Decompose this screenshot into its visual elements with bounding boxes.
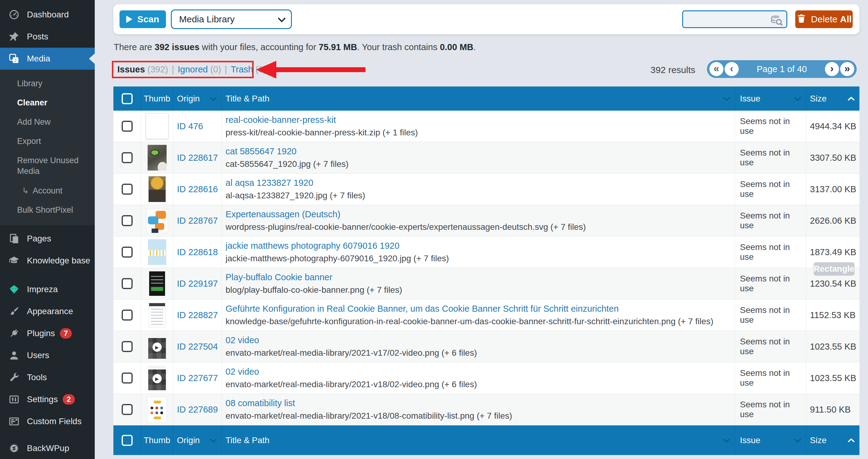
thumbnail[interactable]	[149, 271, 165, 296]
thumbnail[interactable]	[146, 208, 168, 233]
row-checkbox[interactable]	[122, 341, 133, 352]
media-title-link[interactable]: 08 comatibility list	[225, 398, 512, 408]
sort-asc-icon[interactable]	[847, 438, 855, 443]
sidebar-item-custom-fields[interactable]: Custom Fields	[0, 410, 95, 432]
sort-desc-icon[interactable]	[722, 96, 731, 101]
thumbnail[interactable]	[146, 113, 168, 139]
column-header-size[interactable]: Size	[806, 87, 860, 111]
thumbnail[interactable]	[148, 334, 166, 359]
select-all-checkbox[interactable]	[122, 93, 133, 104]
media-title-link[interactable]: jackie matthews photography 6079016 1920	[225, 241, 449, 251]
column-footer-size[interactable]: Size	[806, 425, 860, 455]
sidebar-item-appearance[interactable]: Appearance	[0, 300, 95, 323]
sort-asc-icon[interactable]	[847, 96, 855, 101]
sidebar-item-media[interactable]: ♪Media	[0, 48, 95, 70]
origin-id-link[interactable]: ID 227677	[177, 373, 218, 383]
sort-desc-icon[interactable]	[794, 96, 802, 101]
thumbnail[interactable]	[148, 239, 166, 265]
column-footer-issue[interactable]: Issue	[735, 425, 806, 455]
scan-summary-text: There are 392 issues with your files, ac…	[114, 42, 476, 52]
file-path: al-aqsa-1233827_1920.jpg (+ 7 files)	[225, 191, 365, 201]
scan-button[interactable]: Scan	[120, 10, 166, 28]
row-checkbox[interactable]	[122, 215, 133, 226]
media-title-link[interactable]: 02 video	[225, 335, 477, 345]
next-page-button[interactable]: ›	[825, 62, 839, 76]
scan-target-select[interactable]: Media Library	[171, 9, 292, 29]
thumbnail[interactable]	[148, 145, 166, 171]
sidebar-subitem-add-new[interactable]: Add New	[0, 113, 95, 132]
svg-text:♪: ♪	[14, 58, 17, 63]
origin-id-link[interactable]: ID 229197	[177, 279, 218, 289]
sidebar-item-pages[interactable]: Pages	[0, 228, 95, 250]
media-title-link[interactable]: Geführte Konfiguration in Real Cookie Ba…	[225, 304, 713, 314]
column-header-title-path[interactable]: Title & Path	[222, 87, 735, 111]
size-value: 1873.49 KB	[810, 247, 857, 257]
thumbnail[interactable]	[149, 176, 166, 202]
media-title-link[interactable]: al aqsa 1233827 1920	[225, 178, 365, 188]
media-title-link[interactable]: Expertenaussagen (Deutsch)	[225, 209, 586, 219]
row-checkbox[interactable]	[122, 310, 133, 320]
sidebar-item-knowledge-base[interactable]: Knowledge base	[0, 250, 95, 272]
origin-id-link[interactable]: ID 476	[177, 121, 203, 131]
media-title-link[interactable]: 02 video	[225, 367, 477, 377]
origin-id-link[interactable]: ID 228617	[177, 153, 218, 163]
origin-id-link[interactable]: ID 228767	[177, 216, 218, 226]
chevron-down-icon	[278, 14, 285, 22]
sort-desc-icon[interactable]	[794, 438, 802, 443]
column-footer-title-path[interactable]: Title & Path	[222, 425, 735, 455]
previous-page-button[interactable]: ‹	[725, 62, 739, 76]
column-header-origin[interactable]: Origin	[173, 87, 222, 111]
sidebar-item-impreza[interactable]: Impreza	[0, 278, 95, 300]
row-checkbox[interactable]	[122, 184, 133, 195]
row-checkbox[interactable]	[122, 404, 133, 415]
table-row: ID 228616 al aqsa 1233827 1920 al-aqsa-1…	[114, 174, 860, 205]
sidebar-item-settings[interactable]: Settings2	[0, 389, 95, 410]
sidebar-item-dashboard[interactable]: Dashboard	[0, 4, 95, 26]
sidebar-item-users[interactable]: Users	[0, 344, 95, 366]
sidebar-subitem-library[interactable]: Library	[0, 74, 95, 93]
row-checkbox[interactable]	[122, 372, 133, 384]
select-all-checkbox[interactable]	[122, 435, 133, 446]
sort-desc-icon[interactable]	[209, 96, 217, 101]
sidebar-item-posts[interactable]: Posts	[0, 26, 95, 48]
row-checkbox[interactable]	[122, 247, 133, 257]
first-page-button[interactable]: «	[709, 62, 723, 76]
origin-id-link[interactable]: ID 228827	[177, 310, 218, 320]
origin-id-link[interactable]: ID 228618	[177, 247, 218, 257]
tab-ignored[interactable]: Ignored	[178, 64, 208, 74]
row-checkbox[interactable]	[122, 152, 133, 163]
sidebar-subitem-bulk-shortpixel[interactable]: Bulk ShortPixel	[0, 201, 95, 220]
media-title-link[interactable]: cat 5855647 1920	[225, 146, 348, 156]
origin-id-link[interactable]: ID 227504	[177, 342, 218, 352]
sidebar-subitem-account[interactable]: ↳Account	[0, 181, 95, 201]
sidebar-item-label: Settings	[27, 395, 58, 404]
origin-id-link[interactable]: ID 228616	[177, 184, 218, 194]
thumbnail[interactable]	[147, 397, 167, 422]
column-header-issue[interactable]: Issue	[735, 87, 806, 111]
sidebar-item-plugins[interactable]: Plugins7	[0, 323, 95, 344]
sort-desc-icon[interactable]	[209, 438, 217, 443]
row-checkbox[interactable]	[122, 278, 133, 289]
sidebar-item-tools[interactable]: Tools	[0, 366, 95, 389]
origin-id-link[interactable]: ID 227689	[177, 405, 218, 415]
sidebar-subitem-export[interactable]: Export	[0, 132, 95, 151]
pushpin-icon	[8, 31, 20, 43]
media-title-link[interactable]: real-cookie-banner-press-kit	[225, 115, 418, 125]
tab-trash[interactable]: Trash	[231, 64, 253, 74]
thumbnail[interactable]	[148, 366, 166, 390]
file-path: wordpress-plugins/real-cookie-banner/coo…	[225, 222, 586, 232]
thumbnail[interactable]	[149, 303, 165, 327]
last-page-button[interactable]: »	[840, 62, 854, 76]
column-footer-origin[interactable]: Origin	[173, 425, 222, 455]
tab-issues[interactable]: Issues	[117, 64, 145, 74]
sidebar-item-backwpup[interactable]: BackWPup	[0, 437, 95, 459]
tab-separator: |	[172, 64, 174, 74]
sidebar-subitem-cleaner[interactable]: Cleaner	[0, 93, 95, 113]
search-input[interactable]	[683, 11, 817, 27]
sidebar-lower-menu: ImprezaAppearancePlugins7UsersToolsSetti…	[0, 278, 95, 432]
sidebar-subitem-remove-unused-media[interactable]: Remove Unused Media	[0, 151, 95, 181]
media-title-link[interactable]: Play-buffalo Cookie banner	[225, 272, 402, 282]
row-checkbox[interactable]	[122, 121, 133, 132]
table-row: ID 476 real-cookie-banner-press-kit pres…	[114, 111, 860, 142]
sort-desc-icon[interactable]	[722, 438, 731, 443]
